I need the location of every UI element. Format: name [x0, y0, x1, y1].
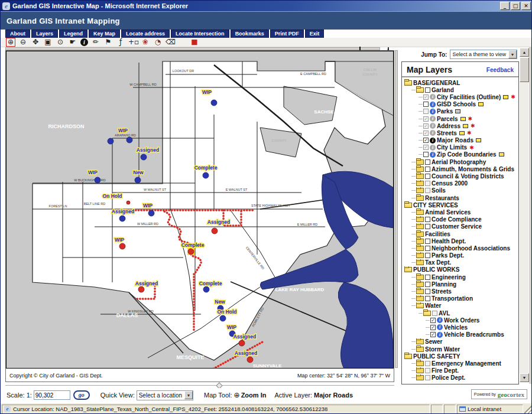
layer-row-council-voting-districts[interactable]: Council & Voting Districts	[404, 172, 518, 180]
folder-open-icon[interactable]	[423, 311, 431, 316]
layer-checkbox[interactable]	[425, 375, 430, 380]
layer-label[interactable]: Planning	[432, 281, 456, 288]
powered-by-geocortex-badge[interactable]: Powered by geo cortex	[471, 389, 527, 399]
layer-label[interactable]: Restaurants	[425, 195, 459, 201]
layer-label[interactable]: Aerial Photography	[432, 159, 486, 165]
layer-info-icon[interactable]: i	[430, 130, 436, 136]
wip-point[interactable]	[119, 243, 125, 249]
identify-icon[interactable]: i	[80, 38, 88, 46]
menu-layers[interactable]: Layers	[31, 30, 58, 38]
add-point-icon[interactable]: +▫	[128, 38, 138, 47]
folder-closed-icon[interactable]	[416, 217, 424, 222]
layer-checkbox[interactable]	[425, 275, 430, 280]
folder-open-icon[interactable]	[404, 80, 412, 86]
layer-label[interactable]: BASE/GENERAL	[413, 80, 460, 86]
layer-tag-icon[interactable]	[455, 109, 460, 113]
layer-label[interactable]: City Limits	[437, 144, 467, 151]
menu-locate-address[interactable]: Locate address	[121, 30, 170, 38]
jump-to-select[interactable]: Select a theme to view ▼	[450, 50, 517, 59]
menu-key-map[interactable]: Key Map	[89, 30, 120, 38]
assigned-point[interactable]	[138, 286, 144, 292]
zoom-to-scale-icon[interactable]: ⊙	[56, 38, 65, 47]
layer-checkbox[interactable]: ✓	[430, 318, 436, 323]
folder-open-icon[interactable]	[404, 354, 412, 359]
layer-checkbox[interactable]	[425, 361, 430, 366]
assigned-point[interactable]	[239, 340, 245, 346]
assigned-point[interactable]	[212, 228, 218, 234]
menu-locate-intersection[interactable]: Locate Intersection	[171, 30, 229, 38]
layer-checkbox[interactable]	[425, 167, 430, 172]
layer-label[interactable]: Azimuth, Monuments & Grids	[432, 166, 514, 172]
layer-label[interactable]: GISD Schools	[437, 101, 476, 107]
layer-row-public-safety[interactable]: PUBLIC SAFETY	[404, 353, 518, 360]
layer-label[interactable]: Code Compliance	[432, 216, 481, 223]
layer-checkbox[interactable]	[425, 224, 430, 229]
feedback-link[interactable]: Feedback	[486, 67, 514, 73]
layer-row-health-dept[interactable]: Health Dept.	[404, 237, 518, 245]
layer-checkbox[interactable]: ✓	[423, 145, 429, 150]
layer-row-city-limits[interactable]: ✓iCity Limits✱	[404, 144, 518, 151]
layer-row-work-orders[interactable]: ✓iWork Orders	[404, 317, 518, 324]
layer-label[interactable]: Sewer	[425, 338, 442, 345]
folder-closed-icon[interactable]	[416, 260, 424, 265]
quick-view-select[interactable]: Select a location ▼	[137, 390, 193, 400]
layer-label[interactable]: Major Roads	[437, 137, 473, 144]
complete-point[interactable]	[188, 249, 194, 255]
scroll-up-icon[interactable]: ▲	[520, 48, 529, 57]
layer-row-facilities[interactable]: Facilities	[404, 230, 518, 237]
layer-label[interactable]: Tax Dept.	[425, 259, 451, 266]
folder-closed-icon[interactable]	[416, 361, 424, 366]
pan-icon[interactable]: ☛	[68, 38, 77, 47]
layer-info-icon[interactable]: i	[430, 145, 436, 151]
erase-markup-icon[interactable]: ⌫	[166, 38, 175, 47]
sidebar-scrollbar[interactable]: ▲ ▼	[519, 48, 528, 382]
folder-closed-icon[interactable]	[416, 246, 424, 251]
layer-label[interactable]: AVL	[439, 310, 450, 317]
layer-label[interactable]: Customer Service	[432, 223, 482, 230]
folder-closed-icon[interactable]	[416, 232, 424, 237]
layer-label[interactable]: Storm Water	[425, 346, 460, 353]
layer-checkbox[interactable]: ✓	[430, 325, 436, 330]
maximize-button[interactable]: □	[511, 2, 520, 10]
layer-row-aerial-photography[interactable]: Aerial Photography	[404, 158, 518, 165]
layer-row-emergency-management[interactable]: Emergency Management	[404, 360, 518, 367]
folder-closed-icon[interactable]	[416, 375, 424, 380]
layer-label[interactable]: Garland	[432, 87, 454, 93]
layer-info-icon[interactable]: i	[430, 123, 436, 129]
layer-checkbox[interactable]: ✓	[423, 123, 429, 129]
full-extent-icon[interactable]: ✥	[31, 38, 40, 47]
layer-checkbox[interactable]: ✓	[423, 131, 429, 136]
layer-label[interactable]: Work Orders	[444, 317, 479, 324]
layer-label[interactable]: Vehicle Breadcrumbs	[444, 331, 504, 338]
zoom-out-icon[interactable]: ⊖	[18, 38, 28, 47]
layer-label[interactable]: Water	[425, 302, 441, 309]
layer-label[interactable]: Streets	[432, 288, 452, 295]
layer-checkbox[interactable]	[425, 239, 430, 244]
menu-about[interactable]: About	[5, 30, 30, 38]
layer-label[interactable]: Emergency Management	[432, 360, 501, 367]
layer-label[interactable]: Address	[437, 123, 460, 129]
layer-checkbox[interactable]: ✓	[423, 94, 429, 100]
folder-closed-icon[interactable]	[416, 167, 424, 172]
folder-closed-icon[interactable]	[416, 253, 424, 258]
go-button[interactable]: go	[73, 390, 90, 400]
layer-row-streets[interactable]: Streets	[404, 288, 518, 295]
layer-row-gisd-schools[interactable]: iGISD Schools	[404, 101, 518, 108]
layer-checkbox[interactable]: ✓	[423, 116, 429, 122]
layer-info-icon[interactable]: i	[437, 324, 443, 330]
layer-label[interactable]: Animal Services	[425, 209, 471, 216]
layer-label[interactable]: Engineering	[432, 274, 466, 281]
layer-row-garland[interactable]: Garland	[404, 86, 518, 93]
layer-row-census-2000[interactable]: Census 2000	[404, 180, 518, 187]
complete-point[interactable]	[203, 172, 209, 178]
layer-row-address[interactable]: ✓iAddress✱	[404, 122, 518, 129]
layer-info-icon[interactable]: i	[437, 332, 443, 338]
map-pan-strip-right[interactable]	[395, 50, 398, 368]
layer-label[interactable]: Census 2000	[432, 180, 468, 187]
layer-row-police-dept[interactable]: Police Dept.	[404, 374, 518, 382]
layer-checkbox[interactable]	[425, 246, 430, 251]
layer-tag-icon[interactable]	[463, 124, 468, 128]
zoom-in-icon[interactable]: ⊕	[6, 38, 15, 47]
assigned-point[interactable]	[141, 154, 147, 160]
layer-row-tax-dept[interactable]: Tax Dept.	[404, 259, 518, 266]
